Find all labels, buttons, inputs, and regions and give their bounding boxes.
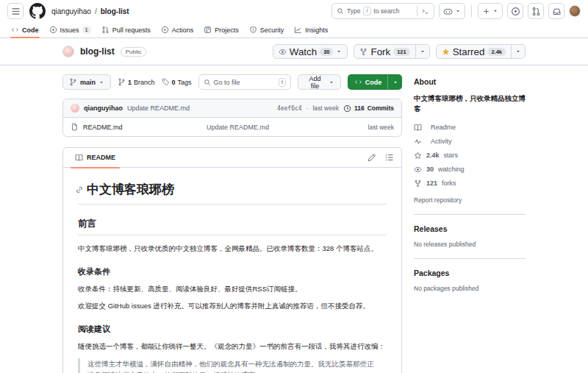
t-key-hint: t <box>279 78 286 87</box>
hamburger-menu-button[interactable] <box>7 3 24 19</box>
chevron-down-icon <box>392 79 398 85</box>
eye-icon <box>414 166 422 174</box>
sidebar-stars-link[interactable]: 2.4kstars <box>414 152 526 160</box>
tab-security[interactable]: Security <box>244 22 290 38</box>
breadcrumb: qianguyihao / blog-list <box>51 7 129 15</box>
chevron-down-icon <box>420 49 426 54</box>
copilot-icon <box>443 7 453 16</box>
tab-issues[interactable]: Issues1 <box>44 22 96 38</box>
tab-code[interactable]: Code <box>6 22 44 38</box>
star-count: 2.4k <box>487 48 506 56</box>
fork-button-group: Fork 121 <box>354 44 429 59</box>
project-icon <box>204 26 212 34</box>
tag-icon <box>162 78 170 86</box>
releases-section: Releases No releases published <box>414 214 526 248</box>
watch-button[interactable]: Watch 30 <box>273 44 348 59</box>
star-icon <box>414 152 422 160</box>
tags-link[interactable]: 0Tags <box>162 78 192 86</box>
repo-forked-icon <box>359 48 368 56</box>
file-name[interactable]: README.md <box>83 124 202 131</box>
repo-owner-avatar[interactable] <box>62 46 74 57</box>
watch-count: 30 <box>320 48 333 56</box>
readme-content: 中文博客琅琊榜 前言 中文博客琅琊榜，只收录优质的中文独立博客，全网最精品。已收… <box>63 168 401 373</box>
releases-title: Releases <box>414 224 526 233</box>
create-new-button[interactable] <box>478 3 503 19</box>
notifications-inbox-button[interactable] <box>548 3 564 19</box>
code-dropdown-button[interactable] <box>387 75 402 89</box>
chevron-down-icon <box>455 8 461 14</box>
tab-readme[interactable]: README <box>71 148 120 168</box>
commit-message[interactable]: Update README.md <box>127 104 190 112</box>
user-avatar[interactable] <box>569 5 581 17</box>
pencil-icon <box>368 153 376 162</box>
outline-button[interactable] <box>385 153 394 162</box>
readme-blockquote: 这些博主才华横溢，满怀自由精神，他们的观念具有一种无法遏制的力量。我无比羡慕那些… <box>78 358 387 373</box>
anchor-link-icon[interactable] <box>75 185 84 194</box>
issue-opened-icon <box>511 7 520 16</box>
branches-link[interactable]: 1Branch <box>118 78 155 86</box>
commit-hash[interactable]: 4eef6c4 <box>277 105 302 112</box>
tab-actions[interactable]: Actions <box>156 22 199 38</box>
fork-dropdown-button[interactable] <box>416 44 430 59</box>
readme-title: 中文博客琅琊榜 <box>78 177 387 205</box>
visibility-badge: Public <box>121 47 147 57</box>
readme-panel: README 中文博客琅琊榜 前言 中文博客琅琊榜，只收录优质的中文独立博客，全… <box>62 147 402 373</box>
slash-key-hint: / <box>363 7 370 15</box>
file-icon <box>71 123 79 131</box>
files-panel: qianguyihao Update README.md 4eef6c4 · l… <box>62 99 402 137</box>
readme-header: README <box>63 148 401 168</box>
tab-insights[interactable]: Insights <box>289 22 333 38</box>
edit-readme-button[interactable] <box>368 153 376 162</box>
commit-history-link[interactable]: 116Commits <box>343 104 394 113</box>
tab-projects[interactable]: Projects <box>198 22 244 38</box>
sidebar-forks-link[interactable]: 121forks <box>414 180 526 188</box>
book-icon <box>75 154 83 162</box>
plus-icon <box>482 7 490 15</box>
releases-empty-text: No releases published <box>414 241 526 248</box>
search-input[interactable]: Type / to search <box>331 3 434 19</box>
about-title: About <box>414 77 526 86</box>
code-icon <box>11 26 19 34</box>
command-palette-icon[interactable] <box>417 6 429 16</box>
file-commit-message[interactable]: Update README.md <box>207 124 364 131</box>
starred-button[interactable]: Starred 2.4k <box>436 44 512 59</box>
your-pull-requests-button[interactable] <box>528 3 544 19</box>
sidebar-watching-link[interactable]: 30watching <box>414 166 526 174</box>
star-dropdown-button[interactable] <box>512 44 526 59</box>
breadcrumb-repo[interactable]: blog-list <box>101 7 129 15</box>
report-repository-link[interactable]: Report repository <box>414 196 462 204</box>
repo-sidebar: About 中文博客琅琊榜，只收录精品独立博客 Readme Activity … <box>414 74 526 373</box>
go-to-file-input[interactable]: Go to file t <box>198 74 291 90</box>
search-icon <box>204 79 211 86</box>
code-button[interactable]: Code <box>348 75 388 89</box>
pulse-icon <box>414 138 422 146</box>
code-icon <box>354 78 362 86</box>
git-branch-icon <box>69 78 77 86</box>
fork-button[interactable]: Fork 121 <box>354 44 415 59</box>
packages-section: Packages No packages published <box>414 258 526 292</box>
add-file-button[interactable]: Add file <box>298 74 341 90</box>
repo-actions: Watch 30 Fork 121 Starred 2.4k <box>273 44 526 59</box>
sidebar-activity-link[interactable]: Activity <box>414 138 526 146</box>
commit-author-avatar[interactable] <box>71 104 79 113</box>
graph-icon <box>294 26 302 34</box>
commit-author[interactable]: qianguyihao <box>84 104 123 112</box>
tab-pull-requests[interactable]: Pull requests <box>96 22 156 38</box>
your-issues-button[interactable] <box>507 3 523 19</box>
chevron-down-icon <box>515 49 521 54</box>
sidebar-readme-link[interactable]: Readme <box>414 124 526 132</box>
repo-title[interactable]: blog-list <box>80 46 115 57</box>
copilot-button[interactable] <box>439 3 465 19</box>
file-commit-time: last week <box>368 124 394 131</box>
branch-selector-button[interactable]: main <box>62 74 111 90</box>
search-icon <box>337 7 344 15</box>
github-logo-icon[interactable] <box>29 3 46 19</box>
file-row[interactable]: README.md Update README.md last week <box>63 118 401 136</box>
packages-title: Packages <box>414 269 526 277</box>
breadcrumb-owner[interactable]: qianguyihao <box>51 7 91 15</box>
code-button-group: Code <box>348 74 402 90</box>
star-button-group: Starred 2.4k <box>436 44 526 59</box>
search-placeholder-rest: to search <box>374 7 414 15</box>
global-header: qianguyihao / blog-list Type / to search <box>0 0 588 22</box>
list-unordered-icon <box>385 153 394 162</box>
